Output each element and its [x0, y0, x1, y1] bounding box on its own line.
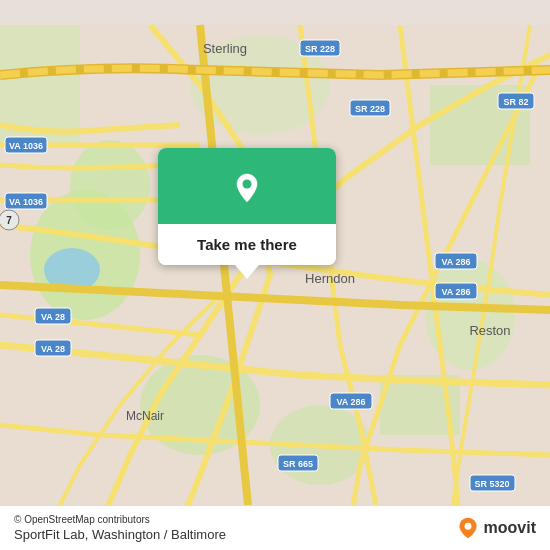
svg-text:McNair: McNair — [126, 409, 164, 423]
take-me-there-button[interactable]: Take me there — [158, 224, 336, 265]
map-background: VA 1036 VA 1036 VA 28 VA 28 VA 286 VA 28… — [0, 0, 550, 550]
svg-point-45 — [243, 180, 252, 189]
bottom-bar: © OpenStreetMap contributors SportFit La… — [0, 505, 550, 550]
svg-text:VA 28: VA 28 — [41, 312, 65, 322]
svg-text:VA 28: VA 28 — [41, 344, 65, 354]
svg-text:SR 228: SR 228 — [355, 104, 385, 114]
svg-text:VA 1036: VA 1036 — [9, 141, 43, 151]
popup-card: Take me there — [158, 148, 336, 265]
svg-text:SR 5320: SR 5320 — [474, 479, 509, 489]
svg-text:VA 286: VA 286 — [441, 257, 470, 267]
svg-text:SR 665: SR 665 — [283, 459, 313, 469]
moovit-icon — [456, 516, 480, 540]
svg-point-2 — [70, 140, 150, 230]
map-container: VA 1036 VA 1036 VA 28 VA 28 VA 286 VA 28… — [0, 0, 550, 550]
svg-text:Reston: Reston — [469, 323, 510, 338]
location-pin-icon — [225, 166, 269, 210]
svg-text:Sterling: Sterling — [203, 41, 247, 56]
svg-text:Herndon: Herndon — [305, 271, 355, 286]
svg-text:7: 7 — [6, 215, 12, 226]
svg-text:SR 228: SR 228 — [305, 44, 335, 54]
svg-text:VA 286: VA 286 — [441, 287, 470, 297]
popup-header — [158, 148, 336, 224]
moovit-text: moovit — [484, 519, 536, 537]
svg-text:SR 82: SR 82 — [503, 97, 528, 107]
svg-text:VA 286: VA 286 — [336, 397, 365, 407]
svg-point-46 — [464, 523, 471, 530]
moovit-logo: moovit — [456, 516, 536, 540]
map-attribution: © OpenStreetMap contributors — [14, 514, 226, 525]
popup-tail — [235, 265, 259, 279]
svg-text:VA 1036: VA 1036 — [9, 197, 43, 207]
place-name: SportFit Lab, Washington / Baltimore — [14, 527, 226, 542]
